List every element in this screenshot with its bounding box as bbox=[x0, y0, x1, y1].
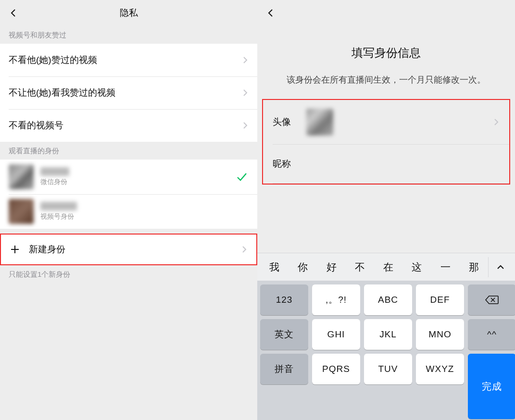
section-title-identity: 观看直播的身份 bbox=[0, 142, 257, 160]
candidate[interactable]: 这 bbox=[402, 260, 431, 274]
avatar-preview bbox=[306, 109, 333, 136]
candidate[interactable]: 好 bbox=[317, 260, 346, 274]
chevron-up-icon bbox=[497, 265, 504, 270]
identity-type: 微信身份 bbox=[40, 178, 235, 186]
form-header: 填写身份信息 该身份会在所有直播间生效，一个月只能修改一次。 bbox=[257, 26, 515, 86]
add-identity-button[interactable]: 新建身份 bbox=[0, 234, 257, 265]
key-emoji[interactable]: ^^ bbox=[468, 319, 515, 350]
candidate[interactable]: 我 bbox=[260, 260, 289, 274]
identity-text: 微信身份 bbox=[40, 167, 235, 186]
key-english[interactable]: 英文 bbox=[260, 319, 308, 350]
key-punct[interactable]: ,。?! bbox=[312, 284, 360, 315]
identity-list: 微信身份 视频号身份 bbox=[0, 160, 257, 229]
keyboard: 123 ,。?! ABC DEF 英文 GHI JKL MNO ^^ 拼音 PQ… bbox=[257, 281, 515, 420]
identity-wechat[interactable]: 微信身份 bbox=[0, 160, 257, 194]
row-blocked-channels[interactable]: 不看的视频号 bbox=[0, 109, 257, 142]
key-pinyin[interactable]: 拼音 bbox=[260, 354, 308, 384]
ime-candidate-bar: 我 你 好 不 在 这 一 那 bbox=[257, 253, 515, 281]
candidate[interactable]: 不 bbox=[346, 260, 374, 274]
form-title: 填写身份信息 bbox=[257, 45, 515, 61]
header bbox=[257, 0, 515, 26]
key-mno[interactable]: MNO bbox=[416, 319, 464, 350]
likes-list: 不看他(她)赞过的视频 不让他(她)看我赞过的视频 不看的视频号 bbox=[0, 44, 257, 142]
candidate[interactable]: 在 bbox=[374, 260, 402, 274]
divider bbox=[273, 183, 509, 184]
key-tuv[interactable]: TUV bbox=[364, 354, 412, 384]
candidate-expand-button[interactable] bbox=[488, 257, 512, 277]
row-label: 不看的视频号 bbox=[9, 119, 242, 132]
chevron-right-icon bbox=[242, 57, 249, 63]
chevron-right-icon bbox=[242, 89, 249, 96]
identity-text: 视频号身份 bbox=[40, 202, 249, 221]
page-title: 隐私 bbox=[120, 7, 138, 19]
row-dont-let-see-my-likes[interactable]: 不让他(她)看我赞过的视频 bbox=[0, 76, 257, 109]
chevron-right-icon bbox=[241, 246, 248, 253]
key-jkl[interactable]: JKL bbox=[364, 319, 412, 350]
key-backspace[interactable] bbox=[468, 284, 515, 315]
chevron-right-icon bbox=[242, 122, 249, 129]
plus-icon bbox=[10, 244, 20, 255]
row-label: 不让他(她)看我赞过的视频 bbox=[9, 86, 242, 99]
chevron-left-icon bbox=[266, 9, 275, 17]
key-done[interactable]: 完成 bbox=[468, 354, 515, 419]
header: 隐私 bbox=[0, 0, 257, 26]
candidate[interactable]: 一 bbox=[431, 260, 460, 274]
identity-form: 头像 昵称 bbox=[262, 99, 510, 185]
privacy-screen: 隐私 视频号和朋友赞过 不看他(她)赞过的视频 不让他(她)看我赞过的视频 不看… bbox=[0, 0, 257, 420]
avatar bbox=[9, 199, 34, 224]
candidate[interactable]: 你 bbox=[289, 260, 317, 274]
row-dont-see-their-likes[interactable]: 不看他(她)赞过的视频 bbox=[0, 44, 257, 76]
avatar bbox=[9, 164, 34, 189]
nickname-label: 昵称 bbox=[273, 158, 306, 170]
key-wxyz[interactable]: WXYZ bbox=[416, 354, 464, 384]
avatar-label: 头像 bbox=[273, 116, 306, 128]
avatar-row[interactable]: 头像 bbox=[263, 100, 509, 144]
add-label: 新建身份 bbox=[29, 243, 241, 256]
section-title-likes: 视频号和朋友赞过 bbox=[0, 26, 257, 44]
footnote: 只能设置1个新身份 bbox=[0, 265, 257, 284]
checkmark-icon bbox=[235, 170, 249, 184]
key-pqrs[interactable]: PQRS bbox=[312, 354, 360, 384]
back-button[interactable] bbox=[264, 6, 277, 20]
key-123[interactable]: 123 bbox=[260, 284, 308, 315]
chevron-left-icon bbox=[9, 9, 18, 17]
key-def[interactable]: DEF bbox=[416, 284, 464, 315]
key-ghi[interactable]: GHI bbox=[312, 319, 360, 350]
identity-name-blurred bbox=[40, 202, 77, 210]
identity-name-blurred bbox=[40, 167, 69, 176]
candidate[interactable]: 那 bbox=[460, 260, 488, 274]
key-abc[interactable]: ABC bbox=[364, 284, 412, 315]
row-label: 不看他(她)赞过的视频 bbox=[9, 54, 242, 66]
form-description: 该身份会在所有直播间生效，一个月只能修改一次。 bbox=[257, 74, 515, 86]
identity-channels[interactable]: 视频号身份 bbox=[0, 194, 257, 229]
back-button[interactable] bbox=[7, 6, 20, 20]
identity-form-screen: 填写身份信息 该身份会在所有直播间生效，一个月只能修改一次。 头像 昵称 我 你… bbox=[257, 0, 515, 420]
chevron-right-icon bbox=[493, 119, 500, 125]
backspace-icon bbox=[485, 295, 499, 305]
identity-type: 视频号身份 bbox=[40, 212, 249, 221]
nickname-row[interactable]: 昵称 bbox=[263, 145, 509, 183]
